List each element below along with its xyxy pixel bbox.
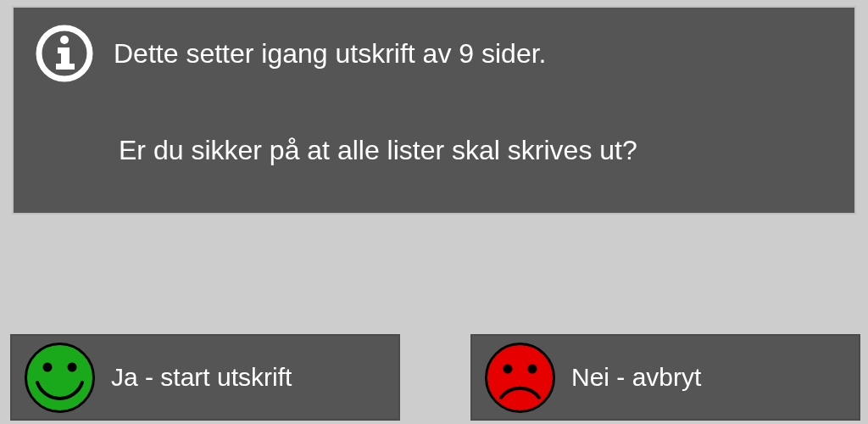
svg-point-1 — [60, 36, 69, 44]
svg-point-9 — [504, 364, 513, 373]
svg-point-5 — [26, 343, 94, 411]
svg-point-8 — [487, 343, 554, 411]
no-cancel-button[interactable]: Nei - avbryt — [470, 334, 860, 421]
svg-point-7 — [68, 362, 77, 371]
svg-rect-4 — [56, 64, 75, 70]
svg-point-10 — [528, 364, 537, 373]
svg-point-6 — [43, 362, 53, 371]
no-button-label: Nei - avbryt — [571, 363, 701, 392]
smiley-face-icon — [24, 342, 96, 414]
sad-face-icon — [484, 342, 556, 414]
info-icon — [34, 23, 95, 84]
yes-button-label: Ja - start utskrift — [111, 363, 292, 392]
message-row-1: Dette setter igang utskrift av 9 sider. — [34, 23, 834, 84]
message-line-2: Er du sikker på at alle lister skal skri… — [119, 135, 834, 166]
message-line-1: Dette setter igang utskrift av 9 sider. — [114, 38, 546, 70]
confirmation-message-panel: Dette setter igang utskrift av 9 sider. … — [12, 6, 856, 215]
yes-start-print-button[interactable]: Ja - start utskrift — [10, 334, 400, 421]
